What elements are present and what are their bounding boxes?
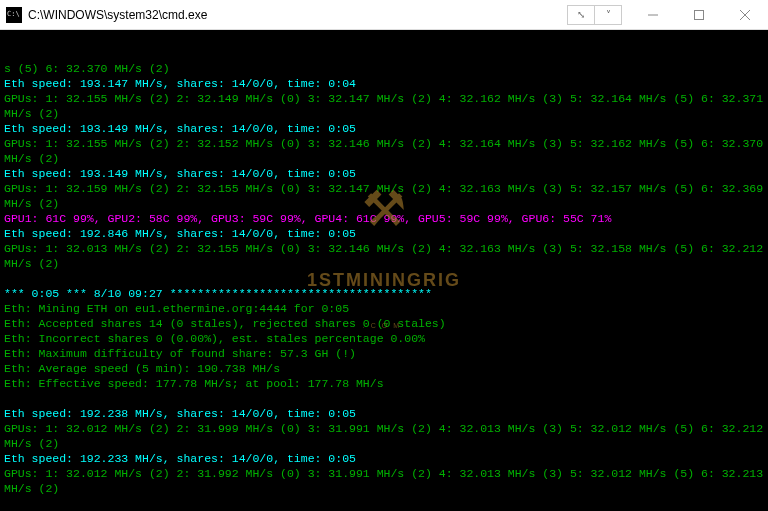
terminal-line: *** 0:05 *** 8/10 09:27 ****************… — [4, 287, 432, 300]
cmd-icon — [6, 7, 22, 23]
terminal-line: Eth: Effective speed: 177.78 MH/s; at po… — [4, 377, 384, 390]
close-button[interactable] — [722, 0, 768, 30]
terminal-line: Eth speed: 192.846 MH/s, shares: 14/0/0,… — [4, 227, 356, 240]
terminal-line: GPUs: 1: 32.159 MH/s (2) 2: 32.155 MH/s … — [4, 182, 768, 210]
terminal-line: s (5) 6: 32.370 MH/s (2) — [4, 62, 170, 75]
maximize-button[interactable] — [676, 0, 722, 30]
terminal-line: Eth speed: 192.233 MH/s, shares: 14/0/0,… — [4, 452, 356, 465]
terminal-line: GPU1: 61C 99%, GPU2: 58C 99%, GPU3: 59C … — [4, 212, 611, 225]
terminal-line: Eth: Incorrect shares 0 (0.00%), est. st… — [4, 332, 425, 345]
dropdown-icon[interactable]: ˅ — [594, 5, 622, 25]
extra-controls: ⤡ ˅ — [568, 5, 622, 25]
terminal-line: GPUs: 1: 32.012 MH/s (2) 2: 31.992 MH/s … — [4, 467, 768, 495]
minimize-button[interactable] — [630, 0, 676, 30]
terminal-line: Eth: Maximum difficulty of found share: … — [4, 347, 356, 360]
terminal-line: GPUs: 1: 32.012 MH/s (2) 2: 31.999 MH/s … — [4, 422, 768, 450]
svg-rect-1 — [695, 10, 704, 19]
terminal-line: Eth speed: 192.238 MH/s, shares: 14/0/0,… — [4, 407, 356, 420]
terminal-line: Eth speed: 193.149 MH/s, shares: 14/0/0,… — [4, 167, 356, 180]
terminal-line: Eth: Average speed (5 min): 190.738 MH/s — [4, 362, 280, 375]
terminal-line: Eth speed: 193.147 MH/s, shares: 14/0/0,… — [4, 77, 356, 90]
terminal-line: Eth speed: 193.149 MH/s, shares: 14/0/0,… — [4, 122, 356, 135]
terminal-line: Eth: Accepted shares 14 (0 stales), reje… — [4, 317, 446, 330]
terminal-output[interactable]: ⚒ 1STMININGRIG .COM s (5) 6: 32.370 MH/s… — [0, 30, 768, 511]
terminal-line: GPUs: 1: 32.155 MH/s (2) 2: 32.152 MH/s … — [4, 137, 768, 165]
terminal-line: GPUs: 1: 32.155 MH/s (2) 2: 32.149 MH/s … — [4, 92, 768, 120]
resize-grip-icon[interactable]: ⤡ — [567, 5, 595, 25]
terminal-line: Eth: Mining ETH on eu1.ethermine.org:444… — [4, 302, 349, 315]
terminal-line: GPUs: 1: 32.013 MH/s (2) 2: 32.155 MH/s … — [4, 242, 768, 270]
watermark-text: 1STMININGRIG — [307, 273, 461, 288]
window-title: C:\WINDOWS\system32\cmd.exe — [28, 8, 568, 22]
titlebar: C:\WINDOWS\system32\cmd.exe ⤡ ˅ — [0, 0, 768, 30]
window-controls — [630, 0, 768, 30]
